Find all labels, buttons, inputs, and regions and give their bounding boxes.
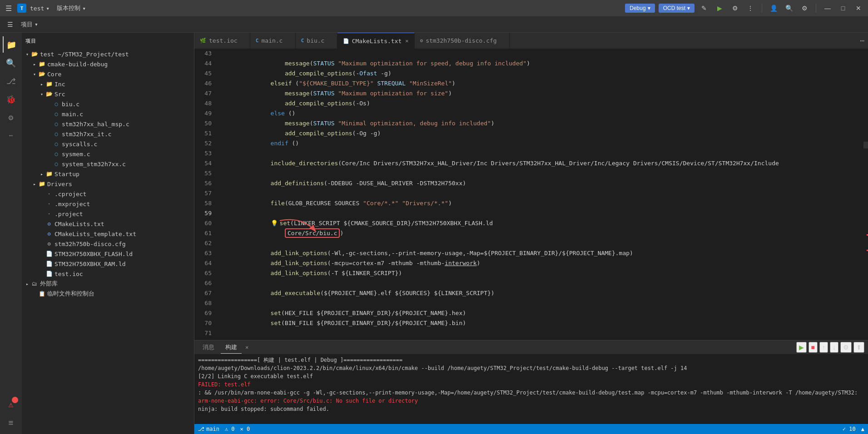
ld-icon: 📄: [45, 250, 53, 257]
activity-menu[interactable]: ≡: [3, 414, 19, 430]
tabs-bar: 🌿 test.ioc ✕ C main.c ✕ C biu.c ✕ 📄 CMak…: [194, 33, 868, 49]
tab-main-c[interactable]: C main.c ✕: [250, 33, 296, 49]
c-file-icon: ○: [53, 110, 60, 118]
activity-extensions[interactable]: ⚙: [3, 109, 19, 125]
tree-src[interactable]: ▾ 📂 Src: [22, 89, 194, 99]
tree-hal-msp[interactable]: ○ stm32h7xx_hal_msp.c: [22, 119, 194, 129]
panel-scroll-up[interactable]: ↑: [819, 342, 828, 353]
activity-explorer[interactable]: 📁: [3, 36, 19, 53]
activity-more[interactable]: ⋯: [3, 127, 19, 143]
settings-icon[interactable]: ⚙: [799, 2, 810, 14]
debug-button[interactable]: Debug ▾: [625, 4, 655, 13]
code-editor[interactable]: 43 44 45 46 47 48 49 50 51 52 53 54 55 5…: [194, 49, 868, 340]
line-up-icon: ▲: [861, 426, 864, 432]
tree-cmakelists[interactable]: ⚙ CMakeLists.txt: [22, 219, 194, 229]
tree-it-c[interactable]: ○ stm32h7xx_it.c: [22, 129, 194, 139]
scrollbar-track[interactable]: [863, 49, 868, 340]
tab-disco-cfg[interactable]: ⚙ stm32h750b-disco.cfg ✕: [415, 33, 510, 49]
tab-cmakelists[interactable]: 📄 CMakeLists.txt ✕: [337, 33, 415, 49]
code-line-62: add_link_options(-Wl,-gc-sections,--prin…: [221, 238, 863, 248]
tab-biu-c[interactable]: C biu.c ✕: [296, 33, 337, 49]
search-titlebar-icon[interactable]: 🔍: [783, 2, 795, 14]
tree-external-libs[interactable]: ▸ 🗂 外部库: [22, 279, 194, 289]
tree-cmake-build-debug[interactable]: ▸ 📁 cmake-build-debug: [22, 59, 194, 69]
panel-content[interactable]: ==================[ 构建 | test.elf | Debu…: [194, 354, 868, 424]
tree-inc[interactable]: ▸ 📁 Inc: [22, 79, 194, 89]
panel-tab-build[interactable]: 构建: [221, 341, 242, 354]
tab-test-ioc[interactable]: 🌿 test.ioc ✕: [194, 33, 250, 49]
run-button[interactable]: ▶: [714, 2, 725, 14]
tree-disco-cfg[interactable]: ⚙ stm32h750b-disco.cfg: [22, 239, 194, 249]
tree-main-c[interactable]: ○ main.c: [22, 109, 194, 119]
app-logo: T: [17, 4, 26, 13]
file-icon: ·: [45, 210, 53, 217]
warning-count[interactable]: ⚠ 0: [225, 426, 235, 432]
close-button[interactable]: ✕: [853, 2, 864, 14]
file-icon: ·: [45, 200, 53, 207]
more-button[interactable]: ⋮: [744, 2, 756, 14]
config-button[interactable]: ⚙: [729, 2, 741, 14]
tabs-more-button[interactable]: ⋯: [856, 33, 868, 49]
tree-drivers[interactable]: ▸ 📁 Drivers: [22, 179, 194, 189]
tree-flash-ld[interactable]: 📄 STM32H750XBHX_FLASH.ld: [22, 249, 194, 259]
build-line-cmd: : && /usr/bin/arm-none-eabi-gcc -g -Wl,-…: [198, 389, 864, 397]
sidebar-toggle[interactable]: ☰: [4, 18, 16, 31]
activity-debug[interactable]: 🐞: [3, 91, 19, 107]
chevron-right-icon: ▸: [24, 280, 31, 287]
status-right: ✓ 10 ▲: [843, 426, 864, 432]
tree-core[interactable]: ▾ 📂 Core: [22, 69, 194, 79]
c-file-icon: ○: [53, 150, 60, 158]
tab-ioc-icon: 🌿: [200, 38, 206, 44]
panel-settings-button[interactable]: ⚙: [840, 342, 852, 353]
code-line-60: Core/Src/biu.c): [221, 218, 863, 228]
tree-biu-c[interactable]: ○ biu.c: [22, 99, 194, 109]
main-layout: 📁 🔍 ⎇ 🐞 ⚙ ⋯ ⚠ ≡ 项目 ▾ 📂 test ~/STM32_Proj…: [0, 33, 868, 434]
chevron-right-icon: ▸: [38, 170, 45, 178]
panel-scroll-down[interactable]: ↓: [830, 342, 838, 353]
tree-project[interactable]: · .project: [22, 209, 194, 219]
vcs-branch[interactable]: ⎇ main: [198, 426, 219, 432]
maximize-button[interactable]: □: [837, 2, 849, 14]
folder-icon: 📁: [45, 170, 53, 178]
code-line-53: include_directories(Core/Inc Drivers/STM…: [221, 148, 863, 158]
tree-ram-ld[interactable]: 📄 STM32H750XBHX_RAM.ld: [22, 259, 194, 269]
folder-icon: 📂: [38, 70, 45, 78]
tab-cfg-icon: ⚙: [420, 38, 423, 44]
ocd-button[interactable]: OCD test ▾: [659, 4, 694, 13]
tab-close-icon[interactable]: ✕: [405, 38, 408, 44]
panel-run-button[interactable]: ▶: [796, 342, 807, 353]
tree-sysmem[interactable]: ○ sysmem.c: [22, 149, 194, 159]
minimize-button[interactable]: —: [822, 2, 833, 14]
edit-button[interactable]: ✎: [698, 2, 710, 14]
tree-mxproject[interactable]: · .mxproject: [22, 199, 194, 209]
tree-temp-console[interactable]: 📋 临时文件和控制台: [22, 289, 194, 299]
code-line-43: message(STATUS "Maximum optimization for…: [221, 49, 863, 59]
tree-cmakelists-tpl[interactable]: ⚙ CMakeLists_template.txt: [22, 229, 194, 239]
tree-root[interactable]: ▾ 📂 test ~/STM32_Project/test: [22, 49, 194, 59]
error-count[interactable]: ✕ 0: [240, 426, 250, 432]
tree-syscalls[interactable]: ○ syscalls.c: [22, 139, 194, 149]
menu-icon[interactable]: ☰: [4, 2, 14, 15]
user-icon[interactable]: 👤: [768, 2, 779, 14]
code-line-71: add_custom_command(TARGET ${PROJECT_NAME…: [221, 328, 863, 338]
project-name[interactable]: test ▾: [30, 5, 50, 12]
tree-cproject[interactable]: · .cproject: [22, 189, 194, 199]
editor-area: 🌿 test.ioc ✕ C main.c ✕ C biu.c ✕ 📄 CMak…: [194, 33, 868, 434]
tree-system-c[interactable]: ○ system_stm32h7xx.c: [22, 159, 194, 169]
vcs-label[interactable]: 版本控制 ▾: [57, 4, 86, 12]
project-toolbar-label[interactable]: 项目 ▾: [17, 20, 42, 29]
line-numbers: 43 44 45 46 47 48 49 50 51 52 53 54 55 5…: [194, 49, 216, 340]
scrollbar-thumb[interactable]: [863, 142, 868, 148]
activity-vcs[interactable]: ⎇: [3, 73, 19, 89]
panel-tab-messages[interactable]: 消息: [198, 341, 219, 353]
chevron-down-icon: ▾: [31, 70, 38, 78]
panel-stop-button[interactable]: ■: [808, 342, 818, 353]
activity-warning[interactable]: ⚠: [3, 396, 19, 412]
tree-startup[interactable]: ▸ 📁 Startup: [22, 169, 194, 179]
panel-close-button[interactable]: ✕: [245, 344, 248, 350]
tree-test-ioc[interactable]: 📄 test.ioc: [22, 269, 194, 279]
panel-filter-button[interactable]: ⬆: [853, 342, 864, 353]
activity-search[interactable]: 🔍: [3, 54, 19, 71]
folder-icon: 📂: [45, 90, 53, 98]
code-line-57: file(GLOB_RECURSE SOURCES "Core/*.*" "Dr…: [221, 188, 863, 198]
